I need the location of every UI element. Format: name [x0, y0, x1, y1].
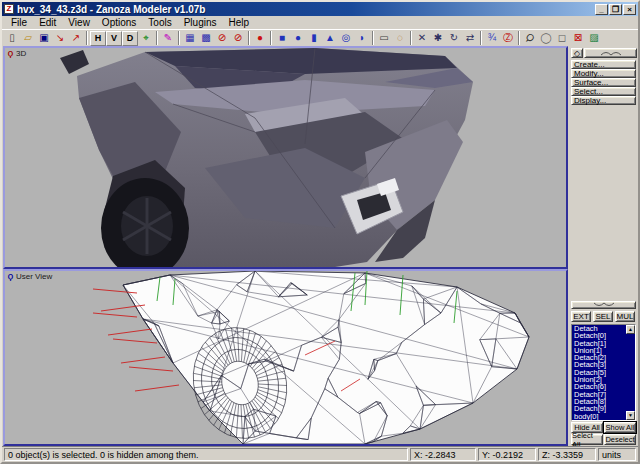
panel-menu: Create...Modify...Surface...Select...Dis… [571, 60, 637, 105]
menu-edit[interactable]: Edit [33, 17, 62, 28]
toggle-v-button: V [111, 33, 117, 43]
menu-bar: FileEditViewOptionsToolsPluginsHelp [2, 16, 638, 29]
textures-icon: ▨ [589, 33, 598, 43]
mode-sel-button[interactable]: SEL [593, 311, 613, 322]
toolbar-group: ▦▩⊘⊘ [182, 31, 246, 46]
units-panel: units [598, 448, 636, 461]
toolbar-group: ¾Ⓩ [484, 31, 516, 46]
primitive-sphere-icon: ● [295, 33, 301, 43]
deselect-button[interactable]: Deselect [604, 434, 636, 445]
create-button[interactable]: Create... [571, 60, 636, 69]
render-sphere-icon[interactable]: ◯ [538, 31, 554, 46]
toolbar-separator [372, 31, 374, 45]
zanoza-logo-icon: Ⓩ [503, 33, 513, 43]
primitive-cube-icon[interactable]: ■ [274, 31, 290, 46]
mode-mul-button[interactable]: MUL [615, 311, 635, 322]
manipulator-icon[interactable]: ✎ [160, 31, 176, 46]
menu-file[interactable]: File [5, 17, 33, 28]
display-button[interactable]: Display... [571, 96, 636, 105]
cube-prohibit-icon: ⊘ [234, 33, 242, 43]
title-bar: Z hvx_34_43.z3d - Zanoza Modeler v1.07b … [2, 2, 638, 16]
app-window: Z hvx_34_43.z3d - Zanoza Modeler v1.07b … [0, 0, 640, 464]
open-folder-icon[interactable]: ▱ [20, 31, 36, 46]
open-folder-icon: ▱ [24, 33, 32, 43]
viewport-3d-icon: Ϙ [7, 50, 14, 57]
action-row: Select AllDeselect [571, 434, 637, 445]
main-area: Ϙ 3D Ϙ User View ◇ Create...Mod [2, 46, 638, 446]
minimize-button[interactable]: _ [595, 4, 608, 15]
select-rect-icon[interactable]: ▭ [376, 31, 392, 46]
axes-icon[interactable]: ⌖ [138, 31, 154, 46]
mirror-tool-icon: ⇄ [466, 33, 474, 43]
zoom-icon[interactable]: Ϙ [522, 31, 538, 46]
scale-tool-icon[interactable]: ↻ [446, 31, 462, 46]
toolbar-separator [270, 31, 272, 45]
mirror-tool-icon[interactable]: ⇄ [462, 31, 478, 46]
save-icon[interactable]: ▣ [36, 31, 52, 46]
move-tool-icon[interactable]: ✕ [414, 31, 430, 46]
scroll-up-button[interactable]: ▲ [626, 325, 635, 334]
primitive-sphere-icon[interactable]: ● [290, 31, 306, 46]
primitive-cylinder-icon: ▮ [311, 33, 317, 43]
viewport-user-view[interactable]: Ϙ User View [3, 269, 568, 446]
select-circle-icon: ◌ [397, 33, 403, 43]
menu-help[interactable]: Help [223, 17, 256, 28]
object-list[interactable]: DetachDetach[0]Detach[1]Union[1]Detach[2… [571, 324, 636, 421]
toggle-v-button[interactable]: V [106, 31, 122, 46]
chevron-up-icon [599, 50, 623, 56]
toggle-d-button[interactable]: D [122, 31, 138, 46]
toolbar-separator [86, 31, 88, 45]
viewport-user-icon: Ϙ [7, 273, 14, 280]
menu-options[interactable]: Options [96, 17, 142, 28]
show-all-button[interactable]: Show All [604, 422, 636, 433]
primitive-cone-icon[interactable]: ▲ [322, 31, 338, 46]
wireframe-render [5, 271, 567, 444]
precision-icon: ¾ [488, 33, 496, 43]
primitive-hemisphere-icon[interactable]: ◗ [354, 31, 370, 46]
collapse-bottom-button[interactable] [571, 301, 636, 309]
toggle-h-button[interactable]: H [90, 31, 106, 46]
toolbar-group: ✕✱↻⇄ [414, 31, 478, 46]
toolbar-separator [410, 31, 412, 45]
cube-wireframe-icon: ▦ [185, 33, 194, 43]
delete-cube-icon[interactable]: ⊠ [570, 31, 586, 46]
cube-hide-icon: ⊘ [218, 33, 226, 43]
toolbar-group: HVD⌖ [90, 31, 154, 46]
import-icon[interactable]: ↘ [52, 31, 68, 46]
select-button[interactable]: Select... [571, 87, 636, 96]
menu-plugins[interactable]: Plugins [178, 17, 223, 28]
precision-icon[interactable]: ¾ [484, 31, 500, 46]
export-icon: ↗ [72, 33, 80, 43]
select-circle-icon[interactable]: ◌ [392, 31, 408, 46]
cube-hide-icon[interactable]: ⊘ [214, 31, 230, 46]
manipulator-icon: ✎ [164, 33, 172, 43]
cube-wireframe-icon[interactable]: ▦ [182, 31, 198, 46]
textures-icon[interactable]: ▨ [586, 31, 602, 46]
zanoza-logo-icon[interactable]: Ⓩ [500, 31, 516, 46]
status-message: 0 object(s) is selected. 0 is hidden amo… [4, 448, 408, 461]
new-file-icon[interactable]: ▯ [4, 31, 20, 46]
menu-tools[interactable]: Tools [142, 17, 177, 28]
cube-prohibit-icon[interactable]: ⊘ [230, 31, 246, 46]
scroll-down-button[interactable]: ▼ [626, 411, 635, 420]
select-all-button[interactable]: Select All [571, 434, 603, 445]
surface-button[interactable]: Surface... [571, 78, 636, 87]
mode-row: EXTSELMUL [571, 311, 637, 322]
cube-vertices-icon[interactable]: ▩ [198, 31, 214, 46]
primitive-cylinder-icon[interactable]: ▮ [306, 31, 322, 46]
coord-z: Z: -3.3359 [538, 448, 596, 461]
close-button[interactable]: × [623, 4, 636, 15]
primitive-torus-icon[interactable]: ◎ [338, 31, 354, 46]
panel-toggle-button[interactable]: ◇ [571, 48, 583, 58]
restore-button[interactable]: ❐ [609, 4, 622, 15]
render-cube-icon[interactable]: ◻ [554, 31, 570, 46]
modify-button[interactable]: Modify... [571, 69, 636, 78]
export-icon[interactable]: ↗ [68, 31, 84, 46]
viewport-3d[interactable]: Ϙ 3D [3, 46, 568, 269]
menu-view[interactable]: View [62, 17, 96, 28]
red-sphere-icon[interactable]: ● [252, 31, 268, 46]
collapse-top-button[interactable] [584, 48, 637, 58]
rotate-tool-icon[interactable]: ✱ [430, 31, 446, 46]
toolbar-separator [248, 31, 250, 45]
mode-ext-button[interactable]: EXT [571, 311, 591, 322]
